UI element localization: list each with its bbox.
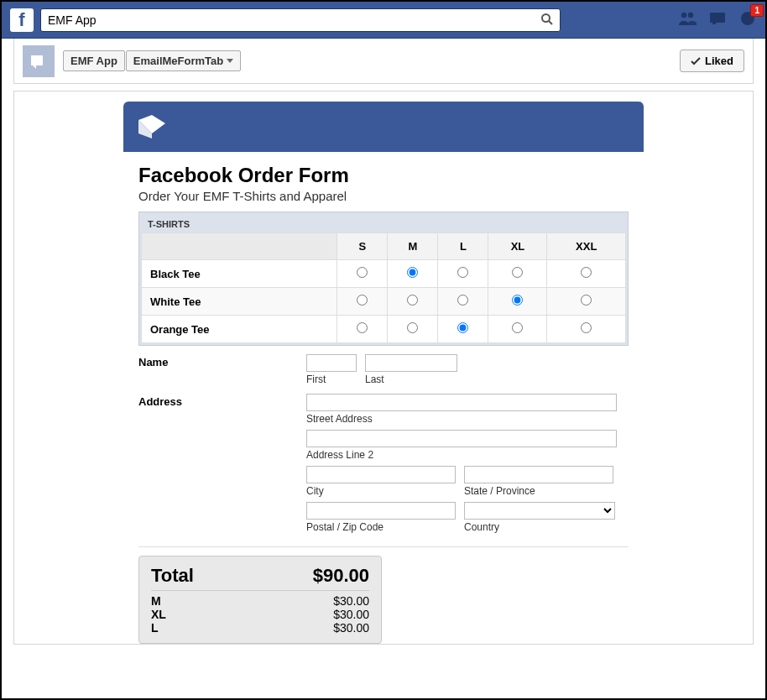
search-wrap bbox=[40, 8, 561, 32]
size-table-body: Black TeeWhite TeeOrange Tee bbox=[142, 260, 626, 343]
first-name-sublabel: First bbox=[306, 374, 357, 385]
topbar-icons: 1 bbox=[678, 9, 757, 31]
friend-requests-icon[interactable] bbox=[678, 10, 697, 30]
size-cell bbox=[547, 260, 626, 288]
size-radio[interactable] bbox=[581, 322, 592, 333]
size-cell bbox=[488, 260, 547, 288]
size-table: S M L XL XXL Black TeeWhite TeeOrange Te… bbox=[141, 232, 626, 343]
size-header: XXL bbox=[547, 233, 626, 260]
size-cell bbox=[388, 316, 438, 343]
postal-input[interactable] bbox=[306, 502, 456, 520]
liked-button[interactable]: Liked bbox=[680, 50, 744, 72]
size-header: M bbox=[388, 233, 438, 260]
product-label: White Tee bbox=[142, 288, 337, 316]
total-amount: $90.00 bbox=[313, 565, 369, 587]
size-radio[interactable] bbox=[512, 295, 523, 306]
size-radio[interactable] bbox=[457, 295, 468, 306]
total-line-label: XL bbox=[151, 608, 166, 621]
tab-select-label: EmailMeFormTab bbox=[133, 55, 223, 67]
form-card-header bbox=[123, 102, 644, 152]
liked-label: Liked bbox=[705, 55, 733, 67]
total-line-amount: $30.00 bbox=[333, 608, 369, 621]
product-label: Black Tee bbox=[142, 260, 337, 288]
size-radio[interactable] bbox=[457, 322, 468, 333]
last-name-input[interactable] bbox=[365, 354, 457, 372]
facebook-logo[interactable]: f bbox=[10, 8, 34, 32]
address-row: Address Street Address Address Line 2 Ci… bbox=[123, 394, 644, 541]
size-radio[interactable] bbox=[357, 295, 368, 306]
size-radio[interactable] bbox=[581, 267, 592, 278]
size-cell bbox=[388, 288, 438, 316]
size-radio[interactable] bbox=[407, 295, 418, 306]
size-header: S bbox=[337, 233, 388, 260]
size-cell bbox=[337, 288, 388, 316]
size-radio[interactable] bbox=[512, 322, 523, 333]
size-cell bbox=[438, 260, 488, 288]
table-row: Orange Tee bbox=[142, 316, 626, 343]
size-header: XL bbox=[488, 233, 547, 260]
total-label: Total bbox=[151, 565, 194, 587]
size-radio[interactable] bbox=[407, 267, 418, 278]
city-input[interactable] bbox=[306, 466, 456, 483]
total-line: XL$30.00 bbox=[151, 608, 369, 621]
street-address-sublabel: Street Address bbox=[306, 413, 629, 425]
table-row: White Tee bbox=[142, 288, 626, 316]
form-card: Facebook Order Form Order Your EMF T-Shi… bbox=[123, 102, 644, 644]
total-line-label: M bbox=[151, 594, 161, 608]
postal-sublabel: Postal / Zip Code bbox=[306, 521, 456, 533]
form-subtitle: Order Your EMF T-Shirts and Apparel bbox=[138, 189, 629, 203]
size-radio[interactable] bbox=[512, 267, 523, 278]
facebook-topbar: f 1 bbox=[2, 2, 765, 39]
messages-icon[interactable] bbox=[708, 10, 727, 30]
svg-line-1 bbox=[549, 21, 552, 24]
table-row: Black Tee bbox=[142, 260, 626, 288]
first-name-input[interactable] bbox=[306, 354, 357, 372]
check-icon bbox=[691, 56, 701, 66]
size-cell bbox=[337, 316, 388, 343]
size-header: L bbox=[438, 233, 488, 260]
address-line2-input[interactable] bbox=[306, 430, 617, 447]
total-box: Total $90.00 M$30.00XL$30.00L$30.00 bbox=[138, 556, 382, 644]
name-row: Name First Last bbox=[123, 346, 644, 394]
size-cell bbox=[388, 260, 438, 288]
name-label: Name bbox=[138, 354, 306, 385]
page-header: EMF App EmailMeFormTab Liked bbox=[13, 39, 754, 84]
country-select[interactable] bbox=[464, 502, 615, 520]
state-input[interactable] bbox=[464, 466, 613, 483]
address-line2-sublabel: Address Line 2 bbox=[306, 449, 629, 461]
size-cell bbox=[438, 288, 488, 316]
size-radio[interactable] bbox=[581, 295, 592, 306]
size-radio[interactable] bbox=[357, 267, 368, 278]
size-table-corner bbox=[142, 233, 337, 260]
address-label: Address bbox=[138, 394, 306, 533]
size-radio[interactable] bbox=[357, 322, 368, 333]
search-icon[interactable] bbox=[540, 13, 554, 29]
tshirts-section-label: T-SHIRTS bbox=[141, 214, 626, 232]
total-lines: M$30.00XL$30.00L$30.00 bbox=[151, 594, 369, 635]
tab-select-button[interactable]: EmailMeFormTab bbox=[126, 50, 241, 71]
svg-point-2 bbox=[681, 12, 686, 17]
notifications-icon[interactable]: 1 bbox=[738, 9, 757, 31]
size-cell bbox=[547, 316, 626, 343]
tshirts-section: T-SHIRTS S M L XL XXL Black TeeWhite Tee… bbox=[138, 212, 629, 346]
app-name-button[interactable]: EMF App bbox=[63, 50, 125, 71]
size-cell bbox=[488, 316, 547, 343]
street-address-input[interactable] bbox=[306, 394, 617, 411]
svg-rect-4 bbox=[710, 13, 725, 23]
search-input[interactable] bbox=[40, 8, 561, 32]
chevron-down-icon bbox=[227, 59, 233, 63]
total-line-amount: $30.00 bbox=[333, 594, 369, 608]
country-sublabel: Country bbox=[464, 521, 615, 533]
size-cell bbox=[337, 260, 388, 288]
size-cell bbox=[438, 316, 488, 343]
city-sublabel: City bbox=[306, 485, 456, 497]
size-cell bbox=[547, 288, 626, 316]
page-icon[interactable] bbox=[23, 45, 55, 77]
size-radio[interactable] bbox=[457, 267, 468, 278]
size-radio[interactable] bbox=[407, 322, 418, 333]
total-line: L$30.00 bbox=[151, 621, 369, 635]
state-sublabel: State / Province bbox=[464, 485, 613, 497]
total-line-amount: $30.00 bbox=[333, 621, 369, 635]
envelope-icon bbox=[135, 112, 169, 142]
form-card-body: Facebook Order Form Order Your EMF T-Shi… bbox=[123, 152, 644, 346]
